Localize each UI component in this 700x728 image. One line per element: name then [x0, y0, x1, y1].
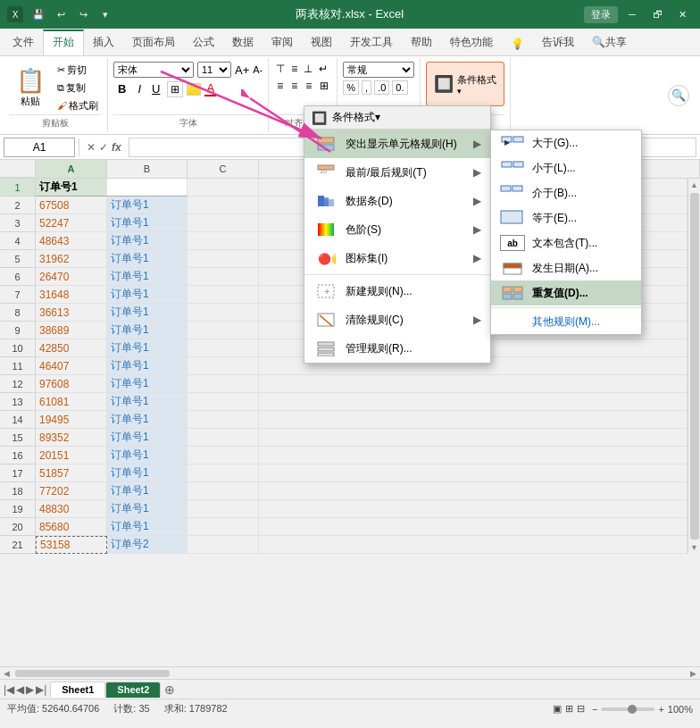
cut-button[interactable]: ✂ 剪切 [54, 62, 102, 78]
close-button[interactable]: ✕ [671, 5, 693, 23]
cell-c10[interactable] [188, 339, 259, 357]
cell-a14[interactable]: 19495 [36, 411, 107, 429]
tab-insert[interactable]: 插入 [84, 29, 123, 55]
row-num-9[interactable]: 9 [0, 322, 36, 339]
cell-c20[interactable] [188, 518, 259, 536]
sheet-nav-first[interactable]: |◀ [4, 683, 14, 696]
sheet-tab-sheet1[interactable]: Sheet1 [50, 682, 105, 698]
cell-b11[interactable]: 订单号1 [107, 357, 188, 375]
col-header-b[interactable]: B [107, 160, 188, 178]
row-num-19[interactable]: 19 [0, 500, 36, 518]
page-layout-view-btn[interactable]: ⊞ [565, 703, 573, 715]
cell-b12[interactable]: 订单号1 [107, 375, 188, 393]
cell-c2[interactable] [188, 197, 259, 214]
conditional-format-button[interactable]: 🔲 条件格式 ▾ [426, 62, 504, 106]
cell-c17[interactable] [188, 464, 259, 482]
menu-item-clear-rules[interactable]: 清除规则(C) ▶ [304, 305, 490, 334]
cell-b7[interactable]: 订单号1 [107, 286, 188, 304]
cell-c6[interactable] [188, 268, 259, 286]
align-top-btn[interactable]: ⊤ [274, 62, 287, 76]
menu-item-icon-sets[interactable]: 🔴🟡🟢 图标集(I) ▶ [304, 244, 490, 272]
cell-a10[interactable]: 42850 [36, 339, 107, 357]
bold-button[interactable]: B [113, 80, 130, 97]
cell-a21[interactable]: 53158 [36, 536, 107, 554]
cell-b13[interactable]: 订单号1 [107, 393, 188, 411]
tab-special[interactable]: 特色功能 [441, 29, 502, 55]
cell-c15[interactable] [188, 429, 259, 447]
sheet-nav-next[interactable]: ▶ [26, 683, 34, 696]
paste-button[interactable]: 📋 粘贴 [9, 62, 52, 113]
cell-a4[interactable]: 48643 [36, 232, 107, 250]
cell-b8[interactable]: 订单号1 [107, 304, 188, 322]
cell-a19[interactable]: 48830 [36, 500, 107, 518]
scroll-down-btn[interactable]: ▼ [688, 541, 700, 554]
cell-a12[interactable]: 97608 [36, 375, 107, 393]
cell-a11[interactable]: 46407 [36, 357, 107, 375]
tab-page-layout[interactable]: 页面布局 [123, 29, 184, 55]
cell-b16[interactable]: 订单号1 [107, 447, 188, 464]
scroll-right-btn[interactable]: ▶ [687, 667, 700, 680]
cell-b10[interactable]: 订单号1 [107, 339, 188, 357]
tab-review[interactable]: 审阅 [262, 29, 302, 55]
row-num-4[interactable]: 4 [0, 232, 36, 250]
cell-a18[interactable]: 77202 [36, 482, 107, 500]
cell-a2[interactable]: 67508 [36, 197, 107, 214]
cell-a3[interactable]: 52247 [36, 214, 107, 232]
sheet-nav-prev[interactable]: ◀ [16, 683, 24, 696]
wrap-text-btn[interactable]: ↵ [317, 62, 329, 76]
tab-formulas[interactable]: 公式 [184, 29, 223, 55]
cell-c18[interactable] [188, 482, 259, 500]
align-right-btn[interactable]: ≡ [303, 79, 314, 93]
customize-quick-access[interactable]: ▾ [96, 4, 115, 24]
submenu-duplicate-values[interactable]: 重复值(D)... [491, 280, 641, 305]
cell-c7[interactable] [188, 286, 259, 304]
align-bottom-btn[interactable]: ⊥ [302, 62, 314, 76]
cell-a6[interactable]: 26470 [36, 268, 107, 286]
underline-button[interactable]: U [148, 81, 163, 96]
sheet-nav-last[interactable]: ▶| [36, 683, 46, 696]
cell-a5[interactable]: 31962 [36, 250, 107, 268]
scroll-thumb[interactable] [690, 193, 699, 540]
font-size-select[interactable]: 11 [197, 62, 231, 78]
cell-b21[interactable]: 订单号2 [107, 536, 188, 554]
cell-c3[interactable] [188, 214, 259, 232]
cell-a1[interactable]: 订单号1 [36, 179, 107, 197]
cell-a16[interactable]: 20151 [36, 447, 107, 464]
menu-item-manage-rules[interactable]: 管理规则(R)... [304, 334, 490, 363]
cell-b9[interactable]: 订单号1 [107, 322, 188, 339]
menu-item-top-bottom[interactable]: 10 最前/最后规则(T) ▶ [304, 158, 490, 187]
redo-btn[interactable]: ↪ [73, 4, 93, 24]
row-num-14[interactable]: 14 [0, 411, 36, 429]
vertical-scrollbar[interactable]: ▲ ▼ [688, 179, 700, 554]
row-num-6[interactable]: 6 [0, 268, 36, 286]
row-num-8[interactable]: 8 [0, 304, 36, 322]
font-color-button[interactable]: A [204, 81, 216, 96]
scroll-left-btn[interactable]: ◀ [0, 667, 13, 680]
insert-function-icon[interactable]: fx [112, 141, 121, 154]
tab-data[interactable]: 数据 [223, 29, 262, 55]
save-quick-btn[interactable]: 💾 [29, 4, 48, 24]
align-left-btn[interactable]: ≡ [274, 79, 286, 93]
cell-c12[interactable] [188, 375, 259, 393]
col-header-a[interactable]: A [36, 160, 107, 178]
select-all-button[interactable] [0, 160, 36, 178]
cell-c9[interactable] [188, 322, 259, 339]
menu-item-highlight-rules[interactable]: 突出显示单元格规则(H) ▶ ▶ 大于(G)... 小于(L)... [304, 130, 490, 158]
menu-item-data-bars[interactable]: 数据条(D) ▶ [304, 187, 490, 215]
row-num-18[interactable]: 18 [0, 482, 36, 500]
add-sheet-button[interactable]: ⊕ [161, 682, 179, 698]
row-num-5[interactable]: 5 [0, 250, 36, 268]
row-num-12[interactable]: 12 [0, 375, 36, 393]
copy-button[interactable]: ⧉ 复制 [54, 79, 102, 96]
cell-a20[interactable]: 85680 [36, 518, 107, 536]
cell-c5[interactable] [188, 250, 259, 268]
cell-b17[interactable]: 订单号1 [107, 464, 188, 482]
tab-share[interactable]: 🔍共享 [583, 29, 636, 55]
row-num-16[interactable]: 16 [0, 447, 36, 464]
page-break-view-btn[interactable]: ⊟ [577, 703, 585, 715]
fill-color-button[interactable] [187, 83, 201, 96]
cell-b6[interactable]: 订单号1 [107, 268, 188, 286]
scroll-up-btn[interactable]: ▲ [688, 179, 700, 191]
minimize-button[interactable]: ─ [621, 5, 643, 23]
submenu-greater-than[interactable]: ▶ 大于(G)... [491, 130, 641, 155]
